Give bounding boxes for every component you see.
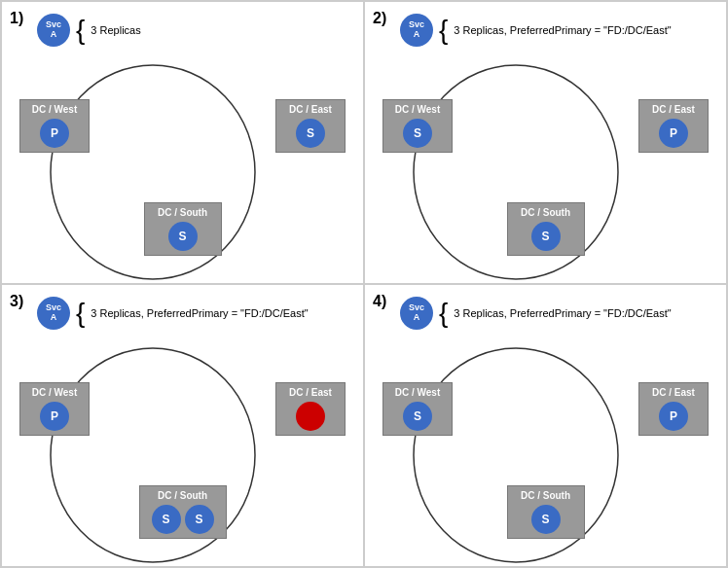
q2-dc-west-label: DC / West: [395, 104, 441, 115]
q2-svc-circle: Svc A: [400, 14, 433, 47]
q3-desc: 3 Replicas, PreferredPrimary = "FD:/DC/E…: [91, 307, 308, 319]
q3-brace: {: [76, 300, 85, 327]
q4-node-south-s: S: [531, 505, 561, 534]
q2-node-south-s: S: [531, 222, 561, 251]
q1-dc-south-label: DC / South: [158, 207, 207, 218]
q2-label: 2): [373, 10, 386, 27]
q3-node-west-p: P: [40, 402, 69, 431]
q2-dc-west: DC / West S: [382, 99, 453, 153]
main-grid: 1) Svc A { 3 Replicas DC / West P DC / E…: [0, 0, 728, 568]
quadrant-4: 4) Svc A { 3 Replicas, PreferredPrimary …: [364, 284, 727, 567]
q1-dc-south: DC / South S: [144, 202, 222, 256]
q4-dc-west: DC / West S: [382, 382, 453, 436]
q3-label: 3): [10, 293, 23, 310]
q4-dc-south: DC / South S: [507, 485, 585, 539]
q1-dc-west: DC / West P: [19, 99, 90, 153]
q3-node-south-s2: S: [185, 505, 214, 534]
quadrant-1: 1) Svc A { 3 Replicas DC / West P DC / E…: [1, 1, 364, 284]
q2-node-east-p: P: [659, 119, 688, 148]
q3-svc-group: Svc A { 3 Replicas, PreferredPrimary = "…: [37, 297, 309, 330]
q3-dc-south-label: DC / South: [158, 490, 207, 501]
quadrant-2: 2) Svc A { 3 Replicas, PreferredPrimary …: [364, 1, 727, 284]
quadrant-3: 3) Svc A { 3 Replicas, PreferredPrimary …: [1, 284, 364, 567]
q2-brace: {: [439, 17, 448, 44]
q3-south-nodes: S S: [152, 505, 214, 534]
q2-svc-line2: A: [414, 30, 420, 40]
q3-node-south-s1: S: [152, 505, 181, 534]
q3-dc-east-label: DC / East: [289, 387, 332, 398]
q4-dc-south-label: DC / South: [521, 490, 570, 501]
q1-svc-group: Svc A { 3 Replicas: [37, 14, 141, 47]
q1-node-west-p: P: [40, 119, 69, 148]
q3-dc-west-label: DC / West: [32, 387, 78, 398]
q1-dc-east-label: DC / East: [289, 104, 332, 115]
q2-node-west-s: S: [403, 119, 432, 148]
q4-node-east-p: P: [659, 402, 688, 431]
q1-node-east-s: S: [296, 119, 325, 148]
q3-dc-east: DC / East: [275, 382, 346, 436]
q2-dc-east-label: DC / East: [652, 104, 695, 115]
q4-node-west-s: S: [403, 402, 432, 431]
q3-dc-south: DC / South S S: [139, 485, 227, 539]
q4-label: 4): [373, 293, 386, 310]
q1-dc-east: DC / East S: [275, 99, 346, 153]
q3-dc-west: DC / West P: [19, 382, 90, 436]
q1-svc-circle: Svc A: [37, 14, 70, 47]
q1-desc: 3 Replicas: [91, 24, 140, 36]
q2-svc-group: Svc A { 3 Replicas, PreferredPrimary = "…: [400, 14, 672, 47]
q1-svc-line2: A: [51, 30, 57, 40]
q3-svc-line2: A: [51, 313, 57, 323]
q1-node-south-s: S: [168, 222, 198, 251]
q2-desc: 3 Replicas, PreferredPrimary = "FD:/DC/E…: [454, 24, 671, 36]
q3-node-east-red: [296, 402, 325, 431]
q4-svc-circle: Svc A: [400, 297, 433, 330]
q4-dc-east-label: DC / East: [652, 387, 695, 398]
q4-dc-west-label: DC / West: [395, 387, 441, 398]
q4-svc-group: Svc A { 3 Replicas, PreferredPrimary = "…: [400, 297, 672, 330]
q2-dc-south-label: DC / South: [521, 207, 570, 218]
q1-brace: {: [76, 17, 85, 44]
q2-dc-east: DC / East P: [638, 99, 709, 153]
q1-label: 1): [10, 10, 23, 27]
q4-brace: {: [439, 300, 448, 327]
q2-dc-south: DC / South S: [507, 202, 585, 256]
q4-desc: 3 Replicas, PreferredPrimary = "FD:/DC/E…: [454, 307, 671, 319]
q4-dc-east: DC / East P: [638, 382, 709, 436]
q1-dc-west-label: DC / West: [32, 104, 78, 115]
q4-svc-line2: A: [414, 313, 420, 323]
q3-svc-circle: Svc A: [37, 297, 70, 330]
